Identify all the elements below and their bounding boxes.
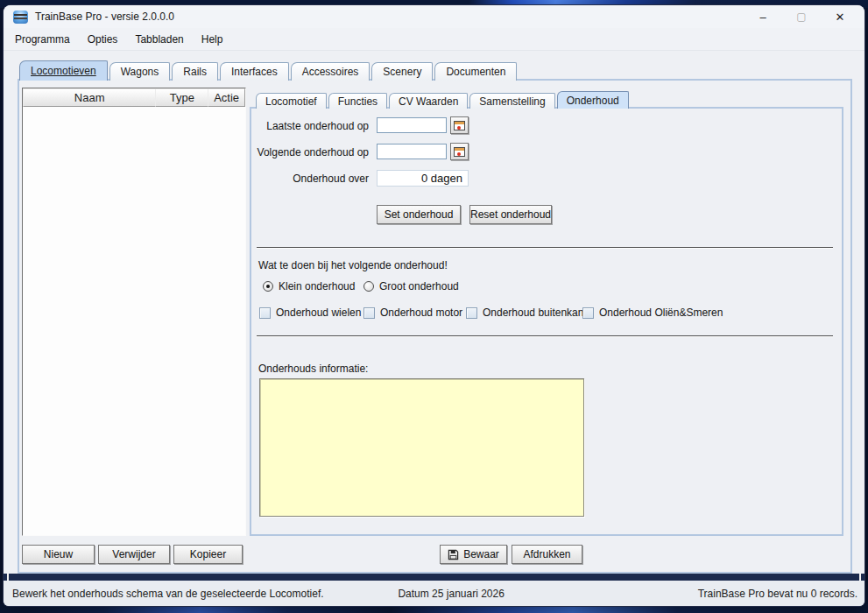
- subtab-samenstelling[interactable]: Samenstelling: [469, 93, 554, 109]
- minimize-button[interactable]: –: [744, 5, 782, 28]
- checkbox-onderhoud-olien-smeren[interactable]: Onderhoud Oliën&Smeren: [582, 306, 723, 319]
- set-onderhoud-button[interactable]: Set onderhoud: [377, 205, 461, 224]
- radio-icon: [363, 281, 374, 292]
- volgende-onderhoud-input[interactable]: [377, 144, 447, 159]
- onderhoud-over-label: Onderhoud over: [251, 173, 369, 185]
- checkbox-onderhoud-buitenkant[interactable]: Onderhoud buitenkant: [466, 306, 587, 319]
- titlebar: TrainBase Pro - versie 2.0.0.0 – ▢ ✕: [4, 5, 864, 28]
- onderhouds-informatie-label: Onderhouds informatie:: [258, 363, 368, 375]
- subtab-cv-waarden[interactable]: CV Waarden: [389, 93, 468, 109]
- radio-groot-onderhoud[interactable]: Groot onderhoud: [363, 280, 459, 292]
- status-record-count: TrainBase Pro bevat nu 0 records.: [698, 588, 857, 600]
- table-body[interactable]: [23, 107, 245, 535]
- onderhoud-panel: Laatste onderhoud op Volgende onderhoud …: [250, 107, 843, 536]
- menu-programma[interactable]: Programma: [6, 30, 79, 49]
- maximize-button[interactable]: ▢: [782, 5, 821, 28]
- menu-help[interactable]: Help: [193, 30, 232, 49]
- column-header-type[interactable]: Type: [155, 88, 208, 107]
- tab-wagons[interactable]: Wagons: [109, 62, 171, 81]
- volgende-onderhoud-label: Volgende onderhoud op: [251, 146, 369, 159]
- kopieer-button[interactable]: Kopieer: [173, 545, 243, 564]
- checkbox-onderhoud-motor[interactable]: Onderhoud motor: [363, 306, 462, 319]
- maintenance-checkboxes: Onderhoud wielen Onderhoud motor Onderho…: [251, 306, 842, 321]
- window-controls: – ▢ ✕: [744, 5, 859, 28]
- laatste-onderhoud-input[interactable]: [377, 117, 447, 133]
- separator: [257, 247, 833, 249]
- volgende-datepicker-button[interactable]: [450, 143, 469, 160]
- records-table: Naam Type Actie: [22, 88, 246, 536]
- menu-tabbladen[interactable]: Tabbladen: [126, 30, 192, 49]
- checkbox-icon: [582, 307, 594, 319]
- tab-documenten[interactable]: Documenten: [434, 62, 517, 81]
- column-header-naam[interactable]: Naam: [23, 88, 156, 107]
- tab-rails[interactable]: Rails: [172, 62, 218, 81]
- tab-accessoires[interactable]: Accessoires: [291, 62, 370, 81]
- locomotieven-panel: Naam Type Actie Nieuw Verwijder Kopieer …: [18, 79, 852, 574]
- subtab-locomotief[interactable]: Locomotief: [256, 93, 327, 109]
- onderhoud-over-value: 0 dagen: [377, 170, 469, 187]
- checkbox-onderhoud-wielen[interactable]: Onderhoud wielen: [259, 306, 361, 319]
- subtab-onderhoud[interactable]: Onderhoud: [557, 91, 629, 109]
- main-tabstrip: Locomotieven Wagons Rails Interfaces Acc…: [19, 60, 519, 81]
- close-button[interactable]: ✕: [821, 5, 859, 28]
- onderhouds-informatie-textarea[interactable]: [259, 378, 584, 517]
- separator: [257, 335, 833, 337]
- app-window: TrainBase Pro - versie 2.0.0.0 – ▢ ✕ Pro…: [4, 5, 864, 606]
- reset-onderhoud-button[interactable]: Reset onderhoud: [469, 205, 552, 224]
- checkbox-icon: [259, 307, 271, 319]
- tab-interfaces[interactable]: Interfaces: [220, 62, 289, 81]
- checkbox-icon: [466, 307, 477, 319]
- main-content: Locomotieven Wagons Rails Interfaces Acc…: [4, 51, 864, 574]
- window-title: TrainBase Pro - versie 2.0.0.0: [35, 11, 174, 23]
- menu-opties[interactable]: Opties: [79, 30, 127, 49]
- statusbar: Bewerk het onderhouds schema van de gese…: [4, 581, 864, 606]
- bewaar-button[interactable]: Bewaar: [440, 545, 507, 564]
- maintenance-type-radios: Klein onderhoud Groot onderhoud: [251, 280, 842, 294]
- subtab-functies[interactable]: Functies: [328, 93, 387, 109]
- calendar-icon: [454, 147, 465, 157]
- laatste-datepicker-button[interactable]: [450, 116, 469, 134]
- nieuw-button[interactable]: Nieuw: [22, 545, 95, 564]
- radio-icon: [263, 281, 273, 292]
- panel-bottom-band: [4, 574, 864, 581]
- tab-locomotieven[interactable]: Locomotieven: [19, 60, 108, 81]
- calendar-icon: [454, 121, 465, 130]
- column-header-actie[interactable]: Actie: [208, 88, 245, 107]
- laatste-onderhoud-label: Laatste onderhoud op: [251, 120, 369, 132]
- status-message: Bewerk het onderhouds schema van de gese…: [12, 588, 324, 600]
- floppy-disk-icon: [448, 549, 459, 560]
- detail-tabstrip: Locomotief Functies CV Waarden Samenstel…: [256, 91, 631, 109]
- verwijder-button[interactable]: Verwijder: [98, 545, 170, 564]
- menubar: Programma Opties Tabbladen Help: [4, 28, 864, 51]
- afdrukken-button[interactable]: Afdrukken: [512, 545, 582, 564]
- todo-heading: Wat te doen bij het volgende onderhoud!: [258, 259, 448, 271]
- app-train-icon: [13, 11, 28, 24]
- checkbox-icon: [363, 307, 375, 319]
- table-header: Naam Type Actie: [23, 88, 245, 107]
- radio-klein-onderhoud[interactable]: Klein onderhoud: [263, 280, 355, 292]
- tab-scenery[interactable]: Scenery: [371, 62, 433, 81]
- status-date: Datum 25 januari 2026: [398, 588, 504, 600]
